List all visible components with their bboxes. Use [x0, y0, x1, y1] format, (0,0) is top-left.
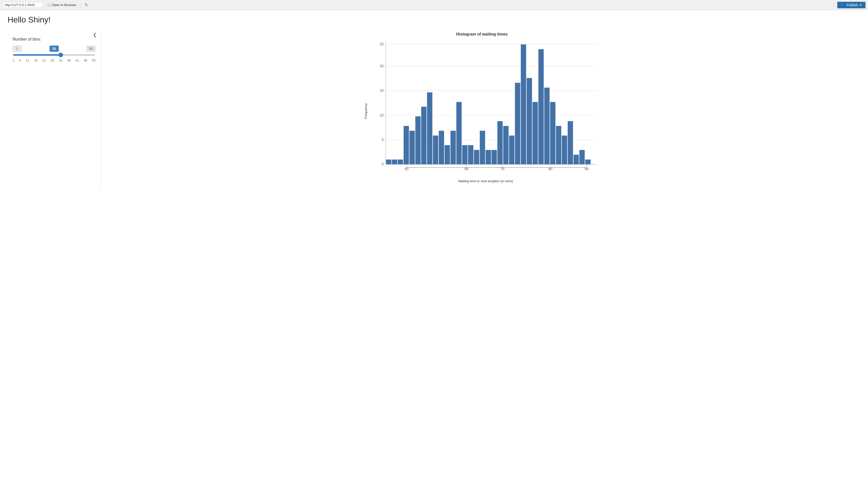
svg-text:15: 15: [380, 89, 384, 92]
svg-rect-25: [444, 145, 450, 164]
svg-rect-42: [544, 87, 550, 164]
sidebar: ❮ Number of bins: 1 30 50 1 6: [7, 29, 101, 188]
svg-text:10: 10: [380, 113, 384, 117]
svg-text:80: 80: [548, 167, 552, 171]
svg-text:60: 60: [464, 167, 469, 171]
url-bar[interactable]: http://127.0.0.1:4943: [2, 2, 43, 8]
svg-rect-31: [480, 131, 485, 164]
slider-labels: 1 30 50: [13, 46, 95, 52]
open-in-browser-icon: ⬜: [47, 3, 51, 7]
svg-rect-40: [532, 102, 538, 164]
histogram-chart: 0 5 10 15 20: [370, 39, 601, 178]
svg-rect-35: [503, 126, 508, 164]
svg-rect-33: [492, 150, 497, 164]
svg-rect-37: [515, 83, 520, 164]
refresh-button[interactable]: ↻: [83, 2, 89, 8]
svg-text:5: 5: [382, 138, 384, 142]
slider-fill: [13, 54, 61, 56]
x-axis-label: Waiting time to next eruption (in mins): [370, 179, 601, 183]
svg-text:20: 20: [380, 64, 384, 68]
svg-rect-43: [550, 102, 555, 164]
y-axis-label: Frequency: [364, 103, 368, 119]
svg-rect-18: [404, 126, 409, 164]
svg-text:0: 0: [382, 162, 384, 166]
chart-wrapper: Frequency 0 5 10: [362, 39, 601, 183]
main-layout: ❮ Number of bins: 1 30 50 1 6: [7, 29, 861, 188]
slider-thumb[interactable]: [59, 53, 63, 57]
tick-31: 31: [59, 59, 62, 62]
svg-rect-17: [398, 159, 403, 164]
svg-rect-30: [474, 150, 479, 164]
y-axis-label-container: Frequency: [362, 39, 370, 183]
tick-41: 41: [75, 59, 79, 62]
svg-rect-20: [415, 116, 421, 164]
open-in-browser-button[interactable]: ⬜ Open in Browser: [45, 2, 78, 7]
svg-rect-49: [585, 159, 590, 164]
chart-title: Histogram of waiting times: [456, 32, 507, 37]
svg-rect-32: [486, 150, 491, 164]
svg-rect-39: [527, 78, 532, 164]
chevron-down-icon: ▼: [859, 3, 862, 6]
chart-area: Histogram of waiting times Frequency 0 5: [101, 29, 861, 188]
svg-rect-16: [392, 159, 397, 164]
chevron-left-icon: ❮: [93, 32, 97, 37]
svg-rect-26: [450, 131, 456, 164]
svg-rect-48: [579, 150, 585, 164]
svg-rect-41: [538, 49, 544, 164]
open-in-browser-label: Open in Browser: [52, 3, 76, 7]
svg-text:70: 70: [501, 167, 504, 171]
svg-rect-34: [498, 121, 503, 164]
slider-value-label: 30: [50, 46, 59, 52]
svg-rect-21: [421, 107, 427, 164]
publish-button[interactable]: 🔵 Publish ▼: [837, 2, 866, 8]
svg-rect-23: [433, 135, 438, 164]
page-content: Hello Shiny! ❮ Number of bins: 1 30 50: [0, 10, 868, 193]
slider-max-label: 50: [86, 46, 95, 52]
slider-min-label: 1: [13, 46, 22, 52]
svg-rect-22: [427, 92, 432, 164]
tick-16: 16: [34, 59, 37, 62]
slider-container: [13, 54, 95, 57]
tick-11: 11: [26, 59, 29, 62]
tick-36: 36: [67, 59, 70, 62]
page-title: Hello Shiny!: [7, 15, 861, 24]
publish-label: Publish: [846, 3, 858, 7]
svg-rect-27: [456, 102, 462, 164]
svg-rect-47: [574, 155, 579, 164]
svg-rect-44: [556, 126, 561, 164]
publish-icon: 🔵: [841, 3, 845, 7]
svg-rect-15: [386, 159, 391, 164]
svg-rect-45: [562, 135, 567, 164]
bins-label: Number of bins:: [13, 37, 95, 42]
browser-toolbar: http://127.0.0.1:4943 ⬜ Open in Browser …: [0, 0, 868, 10]
svg-text:25: 25: [380, 42, 384, 46]
tick-21: 21: [42, 59, 46, 62]
tick-50: 50: [92, 59, 95, 62]
svg-text:90: 90: [585, 167, 589, 171]
svg-rect-46: [568, 121, 573, 164]
collapse-sidebar-button[interactable]: ❮: [93, 32, 97, 38]
tick-1: 1: [13, 59, 14, 62]
svg-rect-29: [468, 145, 473, 164]
slider-track: [13, 54, 95, 56]
svg-rect-38: [521, 44, 526, 164]
svg-text:50: 50: [405, 167, 409, 171]
tick-46: 46: [84, 59, 87, 62]
svg-rect-36: [509, 135, 515, 164]
svg-rect-24: [439, 131, 444, 164]
svg-rect-19: [410, 131, 415, 164]
chart-inner: 0 5 10 15 20: [370, 39, 601, 183]
tick-6: 6: [19, 59, 21, 62]
tick-26: 26: [51, 59, 54, 62]
svg-rect-28: [462, 145, 467, 164]
slider-ticks: 1 6 11 16 21 26 31 36 41 46 50: [13, 59, 95, 62]
